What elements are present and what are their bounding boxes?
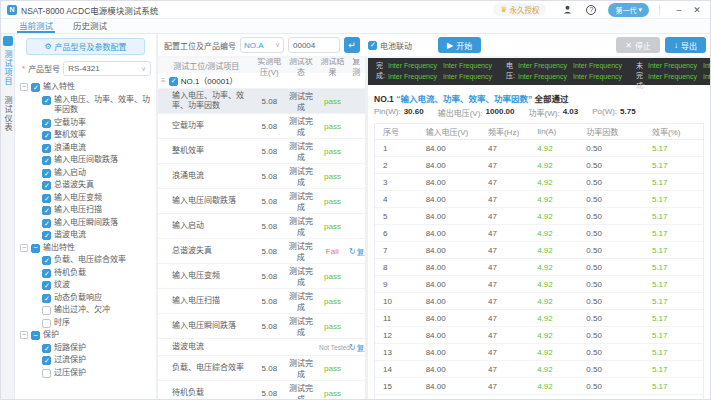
- product-number-input[interactable]: [288, 37, 340, 53]
- tree-row[interactable]: − 动态负载响应: [18, 292, 153, 305]
- result-row[interactable]: 12 84.00 47 4.92 0.50 5.17: [375, 327, 703, 344]
- result-row[interactable]: 3 84.00 47 4.92 0.50 5.17: [375, 174, 703, 191]
- product-config-button[interactable]: ⚙ 产品型号及参数配置: [26, 38, 145, 55]
- tree-row[interactable]: − 输入电压、功率、效率、功率因数: [18, 94, 153, 117]
- help-icon[interactable]: ?: [584, 3, 598, 17]
- table-row[interactable]: ≡ 输入电压间歇跌落 5.08 测试完成 pass: [158, 189, 365, 214]
- checkbox[interactable]: [42, 219, 51, 228]
- tree-row[interactable]: − 总谐波失真: [18, 179, 153, 192]
- checkbox[interactable]: [42, 169, 51, 178]
- start-button[interactable]: ▶ 开始: [438, 37, 481, 53]
- result-row[interactable]: 10 84.00 47 4.92 0.50 5.17: [375, 293, 703, 310]
- table-row[interactable]: ≡ 输入电压扫描 5.08 测试完成 pass: [158, 289, 365, 314]
- collapse-icon[interactable]: −: [20, 331, 28, 339]
- export-button[interactable]: ↓ 导出: [665, 37, 706, 53]
- checkbox[interactable]: [42, 356, 51, 365]
- tree-row[interactable]: − 过压保护: [18, 367, 153, 380]
- tree-row[interactable]: − 输入启动: [18, 167, 153, 180]
- checkbox[interactable]: [42, 131, 51, 140]
- table-row[interactable]: ≡ 负载、电压综合效率 5.08 测试完成 pass: [158, 356, 365, 381]
- tree-row[interactable]: − 输入电压间歇跌落: [18, 154, 153, 167]
- table-row[interactable]: ≡ 整机效率 5.08 测试完成 pass: [158, 139, 365, 164]
- table-row[interactable]: ≡ NO.1（00001）: [158, 73, 365, 89]
- result-row[interactable]: 1 84.00 47 4.92 0.50 5.17: [375, 140, 703, 157]
- checkbox[interactable]: [42, 96, 51, 105]
- tab[interactable]: 当前测试: [17, 19, 55, 33]
- table-row[interactable]: ≡ 输入电压瞬间跌落 5.08 测试完成 pass: [158, 314, 365, 339]
- table-row[interactable]: ≡ 待机负载 5.08 测试完成 pass: [158, 381, 365, 399]
- tree-row[interactable]: − 输入电压变频: [18, 192, 153, 205]
- checkbox[interactable]: [42, 294, 51, 303]
- result-row[interactable]: 6 84.00 47 4.92 0.50 5.17: [375, 225, 703, 242]
- tree-row[interactable]: − 时序: [18, 317, 153, 330]
- product-model-select[interactable]: RS-4321 ∨: [63, 61, 151, 76]
- table-row[interactable]: ≡ 输入电压变频 5.08 测试完成 pass: [158, 264, 365, 289]
- checkbox[interactable]: [42, 319, 51, 328]
- enter-icon[interactable]: ↵: [344, 37, 360, 53]
- result-row[interactable]: 15 84.00 47 4.92 0.50 5.17: [375, 378, 703, 395]
- group-checkbox[interactable]: [169, 77, 178, 86]
- tree-row[interactable]: − 保护: [18, 329, 153, 342]
- strip-tab-test-instruments[interactable]: 测试仪表: [2, 96, 13, 132]
- tree-row[interactable]: − 过流保护: [18, 354, 153, 367]
- checkbox[interactable]: [42, 256, 51, 265]
- checkbox[interactable]: [42, 231, 51, 240]
- tree-row[interactable]: − 空载功率: [18, 117, 153, 130]
- stop-button[interactable]: ✕ 停止: [616, 37, 660, 53]
- tree-row[interactable]: − 短路保护: [18, 342, 153, 355]
- checkbox[interactable]: [31, 83, 40, 92]
- result-row[interactable]: 8 84.00 47 4.92 0.50 5.17: [375, 259, 703, 276]
- table-row[interactable]: ≡ 总谐波失真 5.08 测试完成 Fail: [158, 239, 365, 264]
- checkbox[interactable]: [42, 269, 51, 278]
- tab[interactable]: 历史测试: [71, 19, 109, 33]
- result-row[interactable]: 7 84.00 47 4.92 0.50 5.17: [375, 242, 703, 259]
- result-row[interactable]: 2 84.00 47 4.92 0.50 5.17: [375, 157, 703, 174]
- result-row[interactable]: 11 84.00 47 4.92 0.50 5.17: [375, 310, 703, 327]
- table-row[interactable]: ≡ 输入电压、功率、效率、功率因数 5.08 测试完成 pass: [158, 89, 365, 114]
- tree-row[interactable]: − 输入特性: [18, 81, 153, 94]
- tree-row[interactable]: − 输入电压扫描: [18, 204, 153, 217]
- collapse-icon[interactable]: −: [20, 83, 28, 91]
- tree-row[interactable]: − 输出特性: [18, 242, 153, 255]
- checkbox[interactable]: [42, 281, 51, 290]
- tree-row[interactable]: − 纹波: [18, 279, 153, 292]
- tree-row[interactable]: − 待机负载: [18, 267, 153, 280]
- result-row[interactable]: 9 84.00 47 4.92 0.50 5.17: [375, 276, 703, 293]
- tree-row[interactable]: − 输入电压瞬间跌落: [18, 217, 153, 230]
- result-row[interactable]: 14 84.00 47 4.92 0.50 5.17: [375, 361, 703, 378]
- checkbox[interactable]: [42, 181, 51, 190]
- table-row[interactable]: ≡ 空载功率 5.08 测试完成 pass: [158, 114, 365, 139]
- link-checkbox[interactable]: [368, 41, 377, 50]
- collapse-icon[interactable]: −: [20, 244, 28, 252]
- tree-row[interactable]: − 浪涌电流: [18, 142, 153, 155]
- checkbox[interactable]: [42, 344, 51, 353]
- result-row[interactable]: 13 84.00 47 4.92 0.50 5.17: [375, 344, 703, 361]
- station-select[interactable]: NO.A ∨: [240, 37, 284, 53]
- result-row[interactable]: 5 84.00 47 4.92 0.50 5.17: [375, 208, 703, 225]
- result-row[interactable]: 16 84.00 47 4.92 0.50 5.17: [375, 395, 703, 399]
- checkbox[interactable]: [42, 369, 51, 378]
- collapse-sidebar-button[interactable]: [3, 36, 13, 46]
- strip-tab-test-items[interactable]: 测试项目: [2, 50, 13, 86]
- version-dropdown-button[interactable]: 第一代 ▾: [608, 3, 649, 17]
- table-row[interactable]: ≡ 谐波电流 Not Tested: [158, 339, 365, 356]
- tree-row[interactable]: − 输出过冲、欠冲: [18, 304, 153, 317]
- checkbox[interactable]: [42, 156, 51, 165]
- checkbox[interactable]: [42, 206, 51, 215]
- tree-row[interactable]: − 负载、电压综合效率: [18, 254, 153, 267]
- result-row[interactable]: 4 84.00 47 4.92 0.50 5.17: [375, 191, 703, 208]
- checkbox[interactable]: [31, 244, 40, 253]
- table-row[interactable]: ≡ 浪涌电流 5.08 测试完成 pass: [158, 164, 365, 189]
- tree-row[interactable]: − 谐波电流: [18, 229, 153, 242]
- table-row[interactable]: ≡ 输入启动 5.08 测试完成 pass: [158, 214, 365, 239]
- checkbox[interactable]: [42, 194, 51, 203]
- retest-button[interactable]: ↻ 复测: [349, 342, 368, 353]
- close-button[interactable]: ✕: [690, 3, 704, 17]
- checkbox[interactable]: [42, 119, 51, 128]
- minimize-button[interactable]: –: [672, 3, 686, 17]
- checkbox[interactable]: [31, 331, 40, 340]
- checkbox[interactable]: [42, 306, 51, 315]
- user-icon[interactable]: [560, 3, 574, 17]
- tree-row[interactable]: − 整机效率: [18, 129, 153, 142]
- checkbox[interactable]: [42, 144, 51, 153]
